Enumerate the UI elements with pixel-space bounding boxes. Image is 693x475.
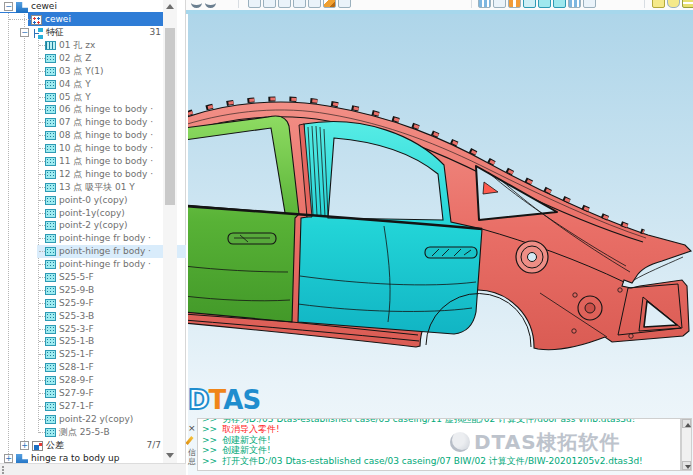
tree-item[interactable]: S25-9-F — [0, 297, 185, 310]
tree-horizontal-scrollbar[interactable] — [0, 463, 186, 475]
tree-item[interactable]: S25-5-F — [0, 271, 185, 284]
tree-item[interactable]: 05 点 Y — [0, 91, 185, 104]
tree-item[interactable]: 04 点 Y — [0, 78, 185, 91]
tree-node-cewei-root[interactable]: − cewei — [0, 0, 177, 13]
scroll-down-button[interactable] — [682, 461, 691, 470]
tree-item[interactable]: point-1y(copy) — [0, 207, 185, 220]
delete-point-icon[interactable] — [538, 0, 551, 8]
triangle-tool-icon[interactable] — [667, 0, 680, 8]
point-feature-icon — [45, 183, 56, 192]
pause-icon[interactable] — [508, 0, 521, 8]
tree-item[interactable]: 11 点 hinge to body · — [0, 155, 185, 168]
logo-letter-s: S — [242, 385, 260, 415]
tree-item[interactable]: 13 点 吸平块 01 Y — [0, 181, 185, 194]
tree-item[interactable]: point-hinge fr body · — [0, 258, 185, 271]
grid-tool-icon[interactable] — [682, 0, 693, 8]
redo-icon[interactable] — [205, 0, 216, 8]
open-file-icon[interactable] — [293, 0, 306, 8]
tree-item[interactable]: 测点 25-5-B — [0, 426, 185, 439]
tab-information[interactable]: 信息 — [187, 448, 197, 466]
log-line: >>打开文件D:/03 Dtas-established case/03 cas… — [198, 456, 680, 466]
pencil-icon[interactable] — [185, 436, 193, 445]
tree-item[interactable]: 06 点 hinge to body · — [0, 103, 185, 116]
point-feature-icon — [45, 376, 56, 385]
tree-item[interactable]: point-hinge fr body · — [0, 232, 185, 245]
tree-item[interactable]: point-2 y(copy) — [0, 219, 185, 232]
dtas-application-window: DTAS × 信息 >>另存为D:/03 Dtas-established ca… — [0, 0, 693, 475]
front-door-green-panel[interactable] — [188, 116, 299, 322]
tree-item[interactable]: S25-3-F — [0, 323, 185, 336]
point-feature-icon — [45, 221, 56, 230]
tree-node-features[interactable]: − 特征 31 — [0, 26, 185, 39]
scrollbar-thumb[interactable] — [165, 28, 175, 205]
tree-item[interactable]: S28-9-F — [0, 374, 185, 387]
point-feature-icon — [45, 157, 56, 166]
tree-item[interactable]: 10 点 hinge to body · — [0, 142, 185, 155]
model-tree-panel[interactable]: − cewei cewei − 特征 31 01 孔 zx 02 点 Z 03 … — [0, 0, 186, 475]
tree-item[interactable]: S25-3-B — [0, 310, 185, 323]
export-icon[interactable] — [248, 0, 261, 8]
tree-item[interactable]: S25-9-B — [0, 284, 185, 297]
tree-item[interactable]: 12 点 hinge to body · — [0, 168, 185, 181]
point-feature-icon — [45, 209, 56, 218]
tree-item-hovered[interactable]: point-hinge fr body · — [0, 245, 185, 258]
pin-yellow-icon[interactable] — [652, 0, 665, 8]
point-feature-icon — [45, 131, 56, 140]
expand-icon[interactable]: + — [20, 441, 29, 450]
tree-item[interactable]: S27-9-F — [0, 387, 185, 400]
tree-vertical-scrollbar[interactable] — [163, 0, 177, 463]
add-page-icon[interactable] — [263, 0, 276, 8]
point-feature-icon — [45, 67, 56, 76]
3d-viewport[interactable]: DTAS × 信息 >>另存为D:/03 Dtas-established ca… — [186, 14, 693, 475]
tree-item[interactable]: S28-1-F — [0, 361, 185, 374]
tree-item[interactable]: S25-1-F — [0, 348, 185, 361]
dtas-logo: DTAS — [188, 386, 260, 414]
window-icon[interactable] — [493, 0, 506, 8]
tree-item[interactable]: 01 孔 zx — [0, 39, 185, 52]
copy-page-icon[interactable] — [338, 0, 351, 8]
save-icon[interactable] — [308, 0, 321, 8]
tree-item[interactable]: S25-1-B — [0, 335, 185, 348]
new-file-icon[interactable] — [278, 0, 291, 8]
close-icon[interactable]: × — [188, 424, 196, 432]
tree-item[interactable]: 07 点 hinge to body · — [0, 116, 185, 129]
collapse-icon[interactable]: − — [20, 28, 29, 37]
tree-node-cewei-selected[interactable]: cewei — [0, 13, 185, 26]
measure-icon — [31, 15, 42, 25]
features-icon — [32, 28, 44, 39]
point-feature-icon — [45, 105, 56, 114]
point-feature-icon — [45, 170, 56, 179]
point-feature-icon — [45, 350, 56, 359]
measure-grid-icon[interactable] — [478, 0, 491, 8]
point-feature-icon — [45, 286, 56, 295]
splitter-grip[interactable] — [2, 466, 4, 474]
point-cloud-icon[interactable] — [523, 0, 536, 8]
point-feature-icon — [45, 234, 56, 243]
point-feature-icon — [45, 144, 56, 153]
tree-item[interactable]: 02 点 Z — [0, 52, 185, 65]
tree-item[interactable]: point-0 y(copy) — [0, 194, 185, 207]
dtas-watermark: DTAS棣拓软件 — [450, 432, 621, 452]
message-log-window[interactable]: >>另存为D:/03 Dtas-established case/03 case… — [197, 418, 681, 471]
scroll-up-button[interactable] — [682, 419, 691, 428]
scroll-up-icon[interactable] — [166, 4, 174, 9]
sphere-icon[interactable] — [553, 0, 566, 8]
tree-item[interactable]: 08 点 hinge to body · — [0, 129, 185, 142]
tree-item[interactable]: point-22 y(copy) — [0, 413, 185, 426]
undo-icon[interactable] — [191, 0, 202, 8]
scroll-down-icon[interactable] — [166, 453, 174, 458]
tree-item[interactable]: 03 点 Y(1) — [0, 65, 185, 78]
clamp-icon[interactable] — [583, 0, 596, 8]
tree-item[interactable]: S27-1-F — [0, 400, 185, 413]
log-scrollbar[interactable] — [681, 418, 692, 471]
tree-node-tolerance[interactable]: + 公差 7/7 — [0, 439, 185, 452]
front-door-window-opening — [188, 128, 285, 213]
car-body-model[interactable] — [188, 14, 693, 475]
collapse-icon[interactable]: − — [4, 2, 13, 11]
mesh-grid-icon[interactable] — [568, 0, 581, 8]
expand-icon[interactable]: + — [4, 454, 13, 463]
tree-node-label: 公差 — [46, 439, 64, 452]
point-feature-icon — [45, 273, 56, 282]
edit-pencil-icon[interactable] — [323, 0, 336, 8]
point-feature-icon — [45, 299, 56, 308]
